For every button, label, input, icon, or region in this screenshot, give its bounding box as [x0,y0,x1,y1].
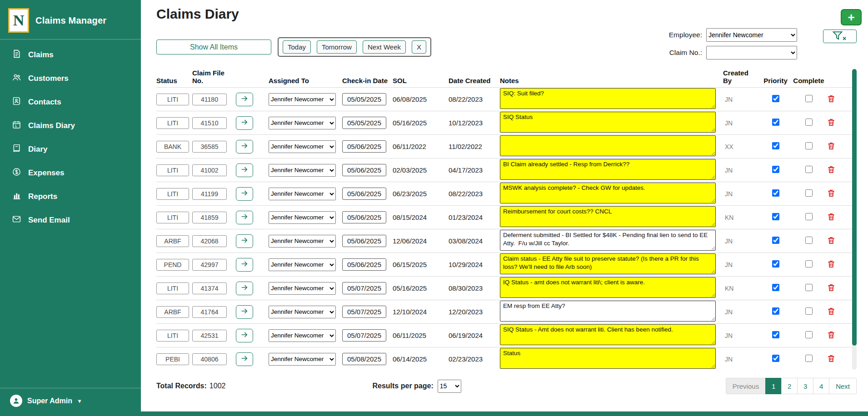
status-input[interactable] [156,164,189,176]
results-per-page-select[interactable]: 15 [438,380,461,393]
complete-checkbox[interactable] [805,95,813,102]
open-claim-button[interactable] [236,329,253,342]
priority-checkbox[interactable] [772,237,779,244]
table-scrollbar[interactable] [852,69,857,370]
notes-textarea[interactable] [500,112,716,133]
claim-file-no-input[interactable] [192,259,227,271]
assigned-to-select[interactable]: Jennifer Newcomer [269,211,336,224]
priority-checkbox[interactable] [772,189,779,197]
previous-page-button[interactable]: Previous [726,378,766,394]
sidebar-item-diary[interactable]: Diary [0,138,141,161]
open-claim-button[interactable] [236,305,253,319]
status-input[interactable] [156,212,189,223]
check-in-date-input[interactable] [342,188,386,200]
sidebar-item-claims-diary[interactable]: Claims Diary [0,114,141,138]
complete-checkbox[interactable] [805,166,813,173]
add-record-button[interactable]: + [841,9,862,25]
complete-checkbox[interactable] [805,331,813,338]
open-claim-button[interactable] [236,116,253,130]
page-button-2[interactable]: 2 [781,378,798,394]
complete-checkbox[interactable] [805,260,813,267]
complete-checkbox[interactable] [805,213,813,220]
sidebar-item-send-email[interactable]: Send Email [0,208,141,232]
delete-row-button[interactable] [826,353,837,365]
notes-textarea[interactable] [500,253,716,274]
clear-date-filter-button[interactable]: X [412,40,426,54]
notes-textarea[interactable] [500,324,716,345]
open-claim-button[interactable] [236,258,253,272]
employee-select[interactable]: Jennifer Newcomer [706,28,797,42]
show-all-items-button[interactable]: Show All Items [156,40,271,54]
check-in-date-input[interactable] [342,258,386,271]
delete-row-button[interactable] [826,93,837,105]
delete-row-button[interactable] [826,140,837,153]
notes-textarea[interactable] [500,277,716,298]
clear-filters-button[interactable] [823,30,857,43]
page-button-4[interactable]: 4 [813,378,829,394]
priority-checkbox[interactable] [772,95,779,102]
check-in-date-input[interactable] [342,353,386,365]
priority-checkbox[interactable] [772,213,779,220]
delete-row-button[interactable] [826,329,837,342]
status-input[interactable] [156,282,189,294]
status-input[interactable] [156,235,189,247]
assigned-to-select[interactable]: Jennifer Newcomer [269,164,336,177]
notes-textarea[interactable] [500,206,716,227]
check-in-date-input[interactable] [342,329,386,342]
assigned-to-select[interactable]: Jennifer Newcomer [269,353,336,366]
complete-checkbox[interactable] [805,142,813,149]
sidebar-item-customers[interactable]: Customers [0,67,141,90]
assigned-to-select[interactable]: Jennifer Newcomer [269,188,336,200]
sidebar-item-claims[interactable]: Claims [0,43,141,67]
check-in-date-input[interactable] [342,306,386,318]
assigned-to-select[interactable]: Jennifer Newcomer [269,93,336,106]
notes-textarea[interactable] [500,230,716,251]
complete-checkbox[interactable] [805,119,813,126]
priority-checkbox[interactable] [772,307,779,315]
check-in-date-input[interactable] [342,282,386,294]
notes-textarea[interactable] [500,183,716,203]
check-in-date-input[interactable] [342,93,386,105]
status-input[interactable] [156,188,189,200]
priority-checkbox[interactable] [772,284,779,291]
delete-row-button[interactable] [826,211,837,223]
assigned-to-select[interactable]: Jennifer Newcomer [269,235,336,248]
check-in-date-input[interactable] [342,211,386,223]
delete-row-button[interactable] [826,282,837,294]
claim-file-no-input[interactable] [192,94,227,105]
delete-row-button[interactable] [826,164,837,176]
sidebar-item-reports[interactable]: Reports [0,185,141,208]
sidebar-item-contacts[interactable]: Contacts [0,90,141,114]
check-in-date-input[interactable] [342,235,386,247]
complete-checkbox[interactable] [805,307,813,315]
status-input[interactable] [156,94,189,105]
assigned-to-select[interactable]: Jennifer Newcomer [269,282,336,295]
notes-textarea[interactable] [500,135,716,156]
open-claim-button[interactable] [236,163,253,177]
priority-checkbox[interactable] [772,260,779,267]
sidebar-item-expenses[interactable]: Expenses [0,161,141,185]
page-button-3[interactable]: 3 [797,378,813,394]
assigned-to-select[interactable]: Jennifer Newcomer [269,329,336,342]
notes-textarea[interactable] [500,348,716,369]
open-claim-button[interactable] [236,211,253,224]
claim-file-no-input[interactable] [192,306,227,318]
priority-checkbox[interactable] [772,142,779,149]
priority-checkbox[interactable] [772,331,779,338]
status-input[interactable] [156,259,189,271]
open-claim-button[interactable] [236,93,253,106]
complete-checkbox[interactable] [805,355,813,362]
check-in-date-input[interactable] [342,164,386,176]
claim-file-no-input[interactable] [192,141,227,153]
claim-file-no-input[interactable] [192,353,227,365]
claim-file-no-input[interactable] [192,235,227,247]
delete-row-button[interactable] [826,306,837,318]
delete-row-button[interactable] [826,188,837,200]
notes-textarea[interactable] [500,301,716,322]
delete-row-button[interactable] [826,235,837,247]
claim-file-no-input[interactable] [192,212,227,223]
assigned-to-select[interactable]: Jennifer Newcomer [269,140,336,153]
open-claim-button[interactable] [236,187,253,201]
complete-checkbox[interactable] [805,237,813,244]
status-input[interactable] [156,141,189,153]
